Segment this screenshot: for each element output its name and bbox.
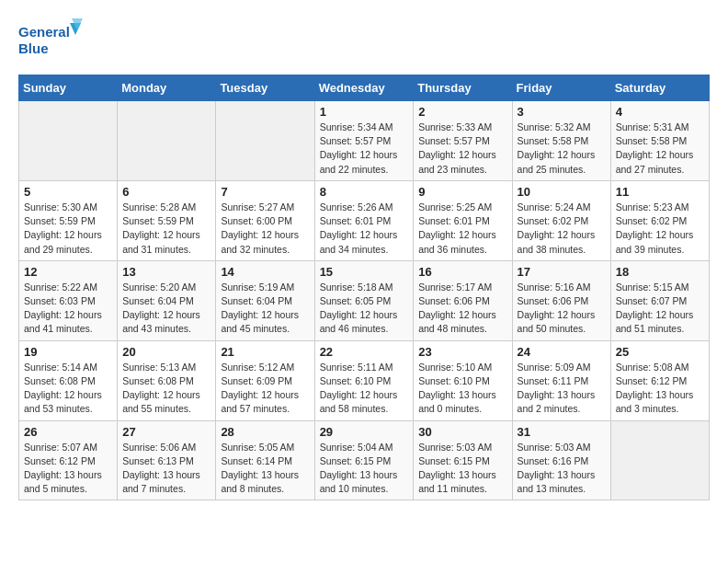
day-info: Sunrise: 5:34 AMSunset: 5:57 PMDaylight:…	[320, 121, 409, 177]
day-number: 18	[616, 265, 704, 279]
calendar-cell: 13Sunrise: 5:20 AMSunset: 6:04 PMDayligh…	[118, 260, 216, 340]
weekday-monday: Monday	[118, 75, 216, 101]
calendar-cell: 10Sunrise: 5:24 AMSunset: 6:02 PMDayligh…	[512, 180, 610, 260]
weekday-header-row: SundayMondayTuesdayWednesdayThursdayFrid…	[19, 75, 710, 101]
day-info: Sunrise: 5:16 AMSunset: 6:06 PMDaylight:…	[518, 281, 606, 337]
calendar-cell	[610, 420, 709, 500]
calendar-cell: 4Sunrise: 5:31 AMSunset: 5:58 PMDaylight…	[610, 101, 709, 181]
page-header: General Blue	[18, 18, 710, 60]
calendar-cell: 17Sunrise: 5:16 AMSunset: 6:06 PMDayligh…	[512, 260, 610, 340]
calendar-cell: 27Sunrise: 5:06 AMSunset: 6:13 PMDayligh…	[118, 420, 216, 500]
weekday-tuesday: Tuesday	[216, 75, 314, 101]
day-info: Sunrise: 5:14 AMSunset: 6:08 PMDaylight:…	[24, 361, 112, 417]
calendar-cell: 30Sunrise: 5:03 AMSunset: 6:15 PMDayligh…	[414, 420, 512, 500]
calendar-cell: 18Sunrise: 5:15 AMSunset: 6:07 PMDayligh…	[610, 260, 709, 340]
logo-svg: General Blue	[18, 18, 83, 60]
day-number: 31	[518, 425, 606, 439]
calendar-cell: 16Sunrise: 5:17 AMSunset: 6:06 PMDayligh…	[414, 260, 512, 340]
day-info: Sunrise: 5:18 AMSunset: 6:05 PMDaylight:…	[320, 281, 409, 337]
day-info: Sunrise: 5:13 AMSunset: 6:08 PMDaylight:…	[122, 361, 210, 417]
day-number: 9	[418, 185, 506, 199]
day-info: Sunrise: 5:33 AMSunset: 5:57 PMDaylight:…	[418, 121, 506, 177]
calendar-cell	[19, 101, 118, 181]
calendar-cell: 1Sunrise: 5:34 AMSunset: 5:57 PMDaylight…	[314, 101, 414, 181]
calendar-cell	[216, 101, 314, 181]
calendar-cell: 11Sunrise: 5:23 AMSunset: 6:02 PMDayligh…	[610, 180, 709, 260]
day-number: 7	[221, 185, 309, 199]
weekday-thursday: Thursday	[414, 75, 512, 101]
day-info: Sunrise: 5:08 AMSunset: 6:12 PMDaylight:…	[616, 361, 704, 417]
calendar-cell: 21Sunrise: 5:12 AMSunset: 6:09 PMDayligh…	[216, 340, 314, 420]
calendar-cell: 28Sunrise: 5:05 AMSunset: 6:14 PMDayligh…	[216, 420, 314, 500]
calendar-cell: 14Sunrise: 5:19 AMSunset: 6:04 PMDayligh…	[216, 260, 314, 340]
day-number: 23	[418, 345, 506, 359]
weekday-friday: Friday	[512, 75, 610, 101]
day-number: 21	[221, 345, 309, 359]
day-number: 10	[518, 185, 606, 199]
calendar-cell: 23Sunrise: 5:10 AMSunset: 6:10 PMDayligh…	[414, 340, 512, 420]
day-number: 28	[221, 425, 309, 439]
day-number: 1	[320, 105, 409, 119]
calendar-cell: 26Sunrise: 5:07 AMSunset: 6:12 PMDayligh…	[19, 420, 118, 500]
day-number: 8	[320, 185, 409, 199]
calendar-cell: 9Sunrise: 5:25 AMSunset: 6:01 PMDaylight…	[414, 180, 512, 260]
day-number: 14	[221, 265, 309, 279]
day-number: 19	[24, 345, 112, 359]
day-info: Sunrise: 5:15 AMSunset: 6:07 PMDaylight:…	[616, 281, 704, 337]
calendar-cell: 15Sunrise: 5:18 AMSunset: 6:05 PMDayligh…	[314, 260, 414, 340]
day-info: Sunrise: 5:12 AMSunset: 6:09 PMDaylight:…	[221, 361, 309, 417]
day-number: 15	[320, 265, 409, 279]
day-number: 12	[24, 265, 112, 279]
day-info: Sunrise: 5:19 AMSunset: 6:04 PMDaylight:…	[221, 281, 309, 337]
day-info: Sunrise: 5:22 AMSunset: 6:03 PMDaylight:…	[24, 281, 112, 337]
day-number: 26	[24, 425, 112, 439]
calendar-table: SundayMondayTuesdayWednesdayThursdayFrid…	[18, 75, 710, 500]
calendar-cell: 2Sunrise: 5:33 AMSunset: 5:57 PMDaylight…	[414, 101, 512, 181]
day-info: Sunrise: 5:11 AMSunset: 6:10 PMDaylight:…	[320, 361, 409, 417]
day-number: 11	[616, 185, 704, 199]
day-info: Sunrise: 5:17 AMSunset: 6:06 PMDaylight:…	[418, 281, 506, 337]
day-number: 25	[616, 345, 704, 359]
svg-text:Blue: Blue	[18, 40, 49, 56]
calendar-cell: 6Sunrise: 5:28 AMSunset: 5:59 PMDaylight…	[118, 180, 216, 260]
day-number: 27	[122, 425, 210, 439]
day-info: Sunrise: 5:32 AMSunset: 5:58 PMDaylight:…	[518, 121, 606, 177]
calendar-cell: 25Sunrise: 5:08 AMSunset: 6:12 PMDayligh…	[610, 340, 709, 420]
calendar-week-1: 1Sunrise: 5:34 AMSunset: 5:57 PMDaylight…	[19, 101, 710, 181]
day-info: Sunrise: 5:26 AMSunset: 6:01 PMDaylight:…	[320, 201, 409, 257]
day-number: 17	[518, 265, 606, 279]
day-info: Sunrise: 5:10 AMSunset: 6:10 PMDaylight:…	[418, 361, 506, 417]
calendar-week-3: 12Sunrise: 5:22 AMSunset: 6:03 PMDayligh…	[19, 260, 710, 340]
calendar-cell	[118, 101, 216, 181]
day-info: Sunrise: 5:25 AMSunset: 6:01 PMDaylight:…	[418, 201, 506, 257]
calendar-cell: 7Sunrise: 5:27 AMSunset: 6:00 PMDaylight…	[216, 180, 314, 260]
day-info: Sunrise: 5:30 AMSunset: 5:59 PMDaylight:…	[24, 201, 112, 257]
calendar-week-2: 5Sunrise: 5:30 AMSunset: 5:59 PMDaylight…	[19, 180, 710, 260]
day-info: Sunrise: 5:27 AMSunset: 6:00 PMDaylight:…	[221, 201, 309, 257]
day-number: 3	[518, 105, 606, 119]
day-number: 16	[418, 265, 506, 279]
calendar-cell: 5Sunrise: 5:30 AMSunset: 5:59 PMDaylight…	[19, 180, 118, 260]
day-number: 29	[320, 425, 409, 439]
calendar-cell: 8Sunrise: 5:26 AMSunset: 6:01 PMDaylight…	[314, 180, 414, 260]
day-info: Sunrise: 5:24 AMSunset: 6:02 PMDaylight:…	[518, 201, 606, 257]
day-number: 22	[320, 345, 409, 359]
calendar-cell: 31Sunrise: 5:03 AMSunset: 6:16 PMDayligh…	[512, 420, 610, 500]
day-number: 5	[24, 185, 112, 199]
calendar-cell: 20Sunrise: 5:13 AMSunset: 6:08 PMDayligh…	[118, 340, 216, 420]
day-info: Sunrise: 5:31 AMSunset: 5:58 PMDaylight:…	[616, 121, 704, 177]
day-number: 20	[122, 345, 210, 359]
day-info: Sunrise: 5:09 AMSunset: 6:11 PMDaylight:…	[518, 361, 606, 417]
day-info: Sunrise: 5:06 AMSunset: 6:13 PMDaylight:…	[122, 441, 210, 497]
day-info: Sunrise: 5:03 AMSunset: 6:15 PMDaylight:…	[418, 441, 506, 497]
calendar-cell: 19Sunrise: 5:14 AMSunset: 6:08 PMDayligh…	[19, 340, 118, 420]
weekday-sunday: Sunday	[19, 75, 118, 101]
calendar-cell: 12Sunrise: 5:22 AMSunset: 6:03 PMDayligh…	[19, 260, 118, 340]
calendar-cell: 29Sunrise: 5:04 AMSunset: 6:15 PMDayligh…	[314, 420, 414, 500]
day-number: 13	[122, 265, 210, 279]
calendar-cell: 3Sunrise: 5:32 AMSunset: 5:58 PMDaylight…	[512, 101, 610, 181]
day-info: Sunrise: 5:20 AMSunset: 6:04 PMDaylight:…	[122, 281, 210, 337]
day-info: Sunrise: 5:28 AMSunset: 5:59 PMDaylight:…	[122, 201, 210, 257]
day-info: Sunrise: 5:04 AMSunset: 6:15 PMDaylight:…	[320, 441, 409, 497]
day-number: 4	[616, 105, 704, 119]
